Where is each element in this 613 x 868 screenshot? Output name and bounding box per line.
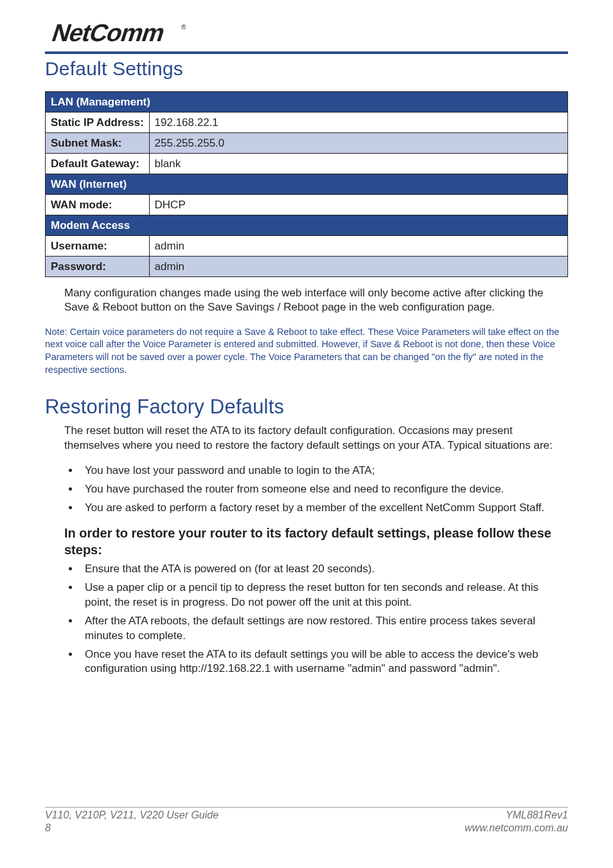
heading-restoring-defaults: Restoring Factory Defaults	[45, 395, 568, 419]
page-footer: V110, V210P, V211, V220 User Guide 8 YML…	[45, 807, 568, 835]
table-row: Username:admin	[46, 236, 568, 257]
setting-value: blank	[149, 154, 567, 174]
setting-value: DHCP	[149, 195, 567, 215]
list-item: Use a paper clip or a pencil tip to depr…	[80, 581, 568, 610]
list-item: Ensure that the ATA is powered on (for a…	[80, 562, 568, 577]
table-row: Static IP Address:192.168.22.1	[46, 113, 568, 133]
brand-logo: NetComm ®	[45, 18, 568, 48]
setting-label: Username:	[46, 236, 150, 257]
svg-text:®: ®	[181, 24, 186, 31]
setting-label: WAN mode:	[46, 195, 150, 215]
setting-value: 192.168.22.1	[149, 113, 567, 133]
voice-parameters-note: Note: Certain voice parameters do not re…	[45, 326, 568, 376]
footer-page-number: 8	[45, 822, 218, 835]
list-item: You have purchased the router from someo…	[80, 482, 568, 497]
table-row: WAN mode:DHCP	[46, 195, 568, 215]
setting-label: Subnet Mask:	[46, 133, 150, 154]
list-item: After the ATA reboots, the default setti…	[80, 614, 568, 644]
footer-url: www.netcomm.com.au	[465, 822, 568, 835]
list-item: You are asked to perform a factory reset…	[80, 501, 568, 516]
footer-doc-rev: YML881Rev1	[465, 809, 568, 822]
header-rule	[45, 51, 568, 54]
list-item: You have lost your password and unable t…	[80, 464, 568, 478]
save-reboot-paragraph: Many configuration changes made using th…	[64, 286, 568, 315]
steps-list: Ensure that the ATA is powered on (for a…	[64, 562, 568, 677]
footer-rule	[45, 807, 568, 808]
list-item: Once you have reset the ATA to its defau…	[80, 647, 568, 677]
table-row: Subnet Mask:255.255.255.0	[46, 133, 568, 154]
table-group-header: LAN (Management)	[46, 92, 568, 113]
setting-label: Static IP Address:	[46, 113, 150, 133]
table-row: Default Gateway:blank	[46, 154, 568, 174]
setting-value: 255.255.255.0	[149, 133, 567, 154]
svg-text:NetComm: NetComm	[49, 19, 168, 46]
table-group-header: WAN (Internet)	[46, 174, 568, 195]
table-group-header: Modem Access	[46, 215, 568, 236]
situations-list: You have lost your password and unable t…	[64, 464, 568, 516]
restore-intro-paragraph: The reset button will reset the ATA to i…	[64, 424, 568, 453]
restore-steps-subhead: In order to restore your router to its f…	[64, 525, 568, 558]
setting-value: admin	[149, 236, 567, 257]
setting-label: Default Gateway:	[46, 154, 150, 174]
setting-label: Password:	[46, 257, 150, 277]
setting-value: admin	[149, 257, 567, 277]
default-settings-table: LAN (Management)Static IP Address:192.16…	[45, 91, 568, 277]
table-row: Password:admin	[46, 257, 568, 277]
heading-default-settings: Default Settings	[45, 58, 568, 80]
footer-guide-title: V110, V210P, V211, V220 User Guide	[45, 809, 218, 822]
